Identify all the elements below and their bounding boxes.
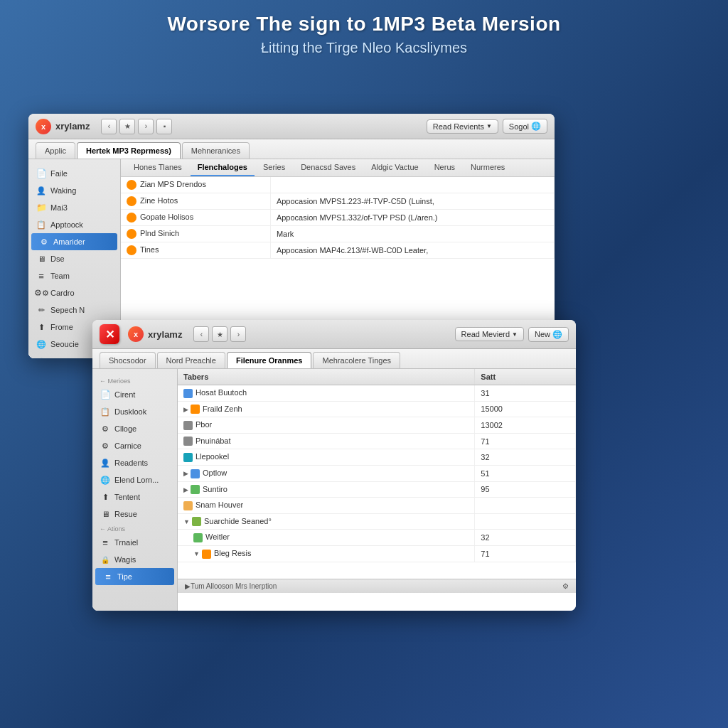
row-icon-front-3	[183, 437, 193, 446]
table-row-back-0[interactable]: Zian MPS Drendos	[121, 177, 555, 193]
nav-pin-btn[interactable]: ▪	[156, 119, 172, 134]
sub-tab-4[interactable]: Aldgic Vactue	[364, 159, 425, 176]
sidebar-item-resue[interactable]: Resue	[92, 505, 177, 523]
cell-name-front-9: Weitler	[178, 530, 475, 546]
tab-back-1[interactable]: Hertek MP3 Reprmess)	[77, 142, 181, 159]
row-arrow-6: ▶	[183, 486, 188, 493]
header-area: Worsore The sign to 1MP3 Beta Mersion Łi…	[0, 0, 728, 63]
doc-icon-front	[100, 406, 111, 417]
cell-detail-back-1: Appocasion MVPS1.223-#f-TVP-C5D (Luinst,	[270, 193, 554, 210]
sidebar-item-faile[interactable]: Faile	[28, 165, 120, 182]
doc-icon-1	[36, 219, 47, 230]
sidebar-item-dusklook[interactable]: Dusklook	[92, 403, 177, 420]
sidebar-item-tipe[interactable]: Tipe	[95, 568, 174, 585]
cell-value-front-0: 31	[475, 385, 576, 402]
table-row-back-1[interactable]: Zine HotosAppocasion MVPS1.223-#f-TVP-C5…	[121, 193, 555, 210]
file-icon-1	[36, 168, 47, 179]
cell-value-front-10: 71	[475, 545, 576, 562]
table-row-front-6[interactable]: ▶Suntiro95	[178, 481, 576, 498]
table-row-front-3[interactable]: Pnuinábat71	[178, 433, 576, 449]
table-row-back-4[interactable]: TinesAppocasion MAP4c.213/#f-WB-C0D Leat…	[121, 242, 555, 259]
nav-back-btn[interactable]: ‹	[101, 119, 117, 134]
tab-front-2[interactable]: Filenure Oranmes	[227, 352, 312, 368]
nav-star-btn[interactable]: ★	[212, 326, 228, 342]
status-text: ▶Tum Allooson Mrs Inerption	[185, 582, 277, 590]
sidebar-item-apptoock[interactable]: Apptoock	[28, 216, 120, 233]
sub-tab-0[interactable]: Hones Tlanes	[127, 159, 189, 176]
cell-name-front-0: Hosat Buutoch	[178, 385, 475, 402]
table-row-front-1[interactable]: ▶Fraild Zenh15000	[178, 401, 576, 417]
col-header-tabers: Tabers	[178, 369, 475, 385]
tab-back-2[interactable]: Mehneranices	[182, 142, 250, 159]
cell-name-front-10: ▼Bleg Resis	[178, 545, 475, 562]
row-arrow-8: ▼	[183, 518, 190, 525]
sidebar-item-waking[interactable]: Waking	[28, 182, 120, 199]
sidebar-item-dse[interactable]: Dse	[28, 250, 120, 267]
sidebar-item-cirent[interactable]: Cirent	[92, 386, 177, 403]
tab-back-0[interactable]: Applic	[36, 142, 75, 159]
new-btn[interactable]: New 🌐	[528, 327, 569, 342]
pencil-icon-1	[36, 304, 47, 316]
table-row-front-7[interactable]: Snam Houver	[178, 498, 576, 514]
cell-name-front-1: ▶Fraild Zenh	[178, 401, 475, 417]
read-revients-btn[interactable]: Read Revients	[427, 119, 498, 134]
sidebar-item-mai3[interactable]: Mai3	[28, 199, 120, 216]
sidebar-item-amarider[interactable]: ⚙ Amarider	[31, 233, 117, 250]
table-row-front-8[interactable]: ▼Suarchide Seaned°	[178, 513, 576, 530]
title-bar-left-back: x xrylamz ‹ ★ › ▪	[36, 119, 172, 134]
settings-icon-2: ⚙	[36, 287, 47, 299]
sidebar-item-sepech[interactable]: Sepech N	[28, 301, 120, 318]
nav-back-btn-2[interactable]: ‹	[193, 326, 209, 342]
sogol-btn[interactable]: Sogol 🌐	[503, 119, 547, 134]
cell-name-front-4: Llepookel	[178, 449, 475, 466]
globe-icon-front	[100, 474, 111, 486]
read-mevierd-btn[interactable]: Read Mevierd	[455, 327, 524, 341]
table-row-front-9[interactable]: Weitler32	[178, 530, 576, 546]
tab-front-0[interactable]: Shocsodor	[100, 352, 156, 368]
person-icon-front	[100, 457, 111, 469]
close-button[interactable]: ✕	[100, 324, 119, 344]
sub-tab-1[interactable]: Flenchaloges	[191, 159, 255, 176]
main-toolbar-front: Shocsodor Nord Preachle Filenure Oranmes…	[92, 349, 576, 369]
tab-front-1[interactable]: Nord Preachle	[157, 352, 225, 368]
table-row-back-2[interactable]: Gopate HolisosAppocasion MVPS1.332/of-TV…	[121, 210, 555, 226]
title-bar-right-front: Read Mevierd New 🌐	[455, 327, 569, 342]
row-icon-front-5	[191, 469, 200, 478]
cell-value-front-9: 32	[475, 530, 576, 546]
nav-forward-btn-2[interactable]: ›	[230, 326, 246, 342]
sub-tab-2[interactable]: Series	[256, 159, 292, 176]
sidebar-item-wagis[interactable]: Wagis	[92, 551, 177, 568]
content-area-front: ← Merioes Cirent Dusklook ⚙ Clloge ⚙ Car…	[92, 369, 576, 611]
row-icon-back-3	[127, 229, 136, 239]
table-row-back-3[interactable]: Plnd SinichMark	[121, 226, 555, 242]
sidebar-item-tentent[interactable]: Tentent	[92, 488, 177, 505]
status-bar-front: ▶Tum Allooson Mrs Inerption ⚙	[178, 579, 576, 593]
person-icon-1	[36, 185, 47, 196]
tab-front-3[interactable]: Mehracolere Tinges	[313, 352, 400, 368]
sidebar-item-team[interactable]: Team	[28, 267, 120, 284]
table-row-front-10[interactable]: ▼Bleg Resis71	[178, 545, 576, 562]
table-row-front-4[interactable]: Llepookel32	[178, 449, 576, 466]
settings-icon-front-1: ⚙	[100, 423, 111, 434]
cell-name-back-2: Gopate Holisos	[121, 210, 270, 226]
list-icon-1	[36, 270, 47, 282]
window-title-back: xrylamz	[55, 121, 90, 132]
cell-name-back-0: Zian MPS Drendos	[121, 177, 270, 193]
nav-forward-btn[interactable]: ★	[119, 119, 135, 134]
sub-tab-3[interactable]: Denacsd Saves	[294, 159, 363, 176]
table-row-front-2[interactable]: Pbor13002	[178, 417, 576, 434]
sidebar-item-trnaiel[interactable]: Trnaiel	[92, 534, 177, 551]
sidebar-item-cardro[interactable]: ⚙ Cardro	[28, 284, 120, 301]
cell-value-front-1: 15000	[475, 401, 576, 417]
sub-tab-5[interactable]: Nerus	[427, 159, 462, 176]
nav-next-btn[interactable]: ›	[138, 119, 154, 134]
main-toolbar-back: Applic Hertek MP3 Reprmess) Mehneranices	[28, 139, 555, 159]
sidebar-item-elend[interactable]: Elend Lorn...	[92, 471, 177, 488]
sidebar-item-clloge[interactable]: ⚙ Clloge	[92, 420, 177, 437]
sub-tab-6[interactable]: Nurmeres	[464, 159, 512, 176]
header-title-text: Worsore The sign to 1MP3 Beta Mersion	[167, 13, 560, 35]
sidebar-item-carnice[interactable]: ⚙ Carnice	[92, 437, 177, 454]
table-row-front-5[interactable]: ▶Optlow51	[178, 465, 576, 481]
sidebar-item-readents[interactable]: Readents	[92, 454, 177, 471]
table-row-front-0[interactable]: Hosat Buutoch31	[178, 385, 576, 402]
